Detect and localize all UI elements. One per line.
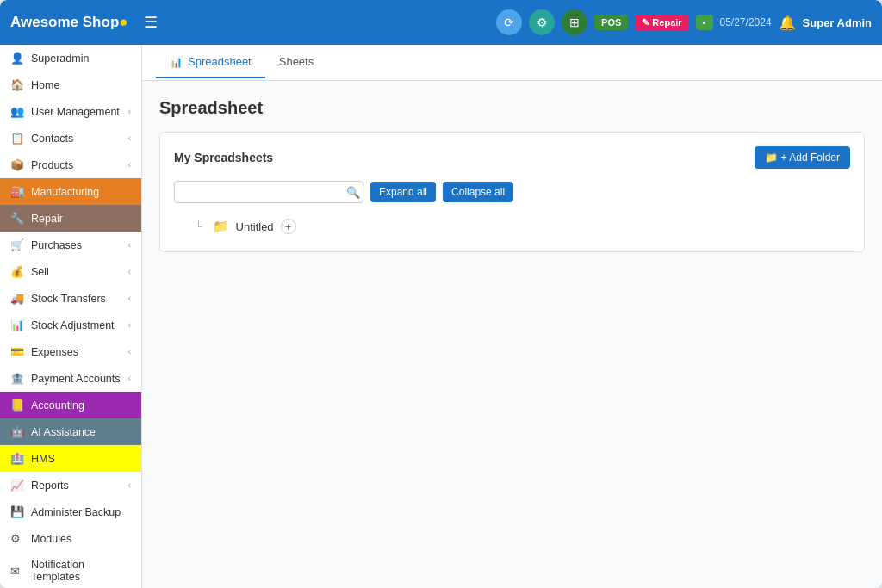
manufacturing-icon: 🏭 [10, 185, 24, 198]
chevron-icon: ‹ [128, 347, 131, 356]
sidebar-item-home[interactable]: 🏠 Home [0, 71, 141, 98]
page-body: Spreadsheet My Spreadsheets 📁 + Add Fold… [142, 81, 882, 588]
tab-sheets[interactable]: Sheets [265, 46, 327, 78]
chevron-icon: ‹ [128, 107, 131, 116]
search-input[interactable] [174, 181, 363, 203]
tabs-bar: 📊 Spreadsheet Sheets [142, 45, 882, 81]
user-management-icon: 👥 [10, 105, 24, 118]
sidebar-item-modules[interactable]: ⚙ Modules [0, 525, 141, 552]
brand-name: Awesome Shop● [10, 14, 128, 31]
sidebar-item-administer-backup[interactable]: 💾 Administer Backup [0, 498, 141, 525]
chevron-icon: ‹ [128, 294, 131, 303]
chevron-icon: ‹ [128, 160, 131, 170]
sidebar-item-accounting[interactable]: 📒 Accounting [0, 392, 141, 418]
user-name: Super Admin [803, 16, 872, 29]
add-folder-label: + Add Folder [781, 152, 840, 164]
sidebar-item-label: Stock Transfers [31, 293, 106, 305]
expenses-icon: 💳 [10, 345, 24, 358]
folder-icon: 📁 [213, 219, 229, 234]
sidebar-item-label: Superadmin [31, 53, 89, 65]
sidebar: 👤 Superadmin 🏠 Home 👥 User Management ‹ … [0, 45, 142, 588]
sidebar-item-label: Expenses [31, 346, 78, 358]
backup-icon: 💾 [10, 505, 24, 518]
sidebar-item-label: Payment Accounts [31, 373, 121, 385]
sidebar-item-sell[interactable]: 💰 Sell ‹ [0, 258, 141, 285]
folder-row: └ 📁 Untitled + [174, 215, 850, 238]
sidebar-item-label: Contacts [31, 133, 73, 145]
sidebar-item-stock-adjustment[interactable]: 📊 Stock Adjustment ‹ [0, 312, 141, 338]
section-header: My Spreadsheets 📁 + Add Folder [174, 146, 850, 169]
sidebar-item-hms[interactable]: 🏥 HMS [0, 445, 141, 472]
green-badge[interactable]: ▪ [696, 15, 713, 30]
sidebar-item-label: Accounting [31, 399, 84, 412]
payment-accounts-icon: 🏦 [10, 372, 24, 385]
repair-icon: 🔧 [10, 212, 24, 225]
sidebar-item-ai-assistance[interactable]: 🤖 AI Assistance [0, 418, 141, 445]
grid-icon[interactable]: ⊞ [562, 9, 587, 35]
collapse-all-button[interactable]: Collapse all [443, 182, 513, 202]
sidebar-item-label: Sell [31, 266, 49, 278]
repair-badge[interactable]: ✎ Repair [635, 15, 688, 31]
home-icon: 🏠 [10, 78, 24, 91]
stock-adjustment-icon: 📊 [10, 319, 24, 331]
sidebar-item-superadmin[interactable]: 👤 Superadmin [0, 45, 141, 71]
sidebar-item-products[interactable]: 📦 Products ‹ [0, 152, 141, 178]
sidebar-item-label: HMS [31, 453, 55, 465]
sidebar-item-stock-transfers[interactable]: 🚚 Stock Transfers ‹ [0, 285, 141, 312]
sidebar-item-label: Home [31, 79, 59, 91]
sidebar-item-label: Reports [31, 480, 69, 492]
sidebar-item-label: Products [31, 159, 73, 171]
sidebar-item-repair[interactable]: 🔧 Repair [0, 205, 141, 232]
main-content: 📊 Spreadsheet Sheets Spreadsheet My Spre… [142, 45, 882, 588]
sync-icon[interactable]: ⟳ [496, 9, 522, 35]
search-wrap: 🔍 [174, 181, 363, 203]
ai-icon: 🤖 [10, 425, 24, 438]
notification-icon: ✉ [10, 565, 24, 578]
sidebar-item-label: Administer Backup [31, 506, 121, 518]
tab-label: Sheets [279, 55, 314, 68]
folder-name: Untitled [236, 220, 274, 233]
chevron-icon: ‹ [128, 374, 131, 383]
tab-label: Spreadsheet [188, 55, 252, 68]
topnav-right: ⟳ ⚙ ⊞ POS ✎ Repair ▪ 05/27/2024 🔔 Super … [496, 9, 872, 35]
sidebar-item-label: AI Assistance [31, 426, 96, 438]
purchases-icon: 🛒 [10, 238, 24, 251]
sidebar-item-purchases[interactable]: 🛒 Purchases ‹ [0, 232, 141, 258]
sidebar-item-label: User Management [31, 106, 120, 118]
bell-icon[interactable]: 🔔 [779, 15, 796, 31]
sidebar-item-label: Purchases [31, 239, 82, 251]
chevron-icon: ‹ [128, 133, 131, 143]
sidebar-item-contacts[interactable]: 📋 Contacts ‹ [0, 125, 141, 152]
tab-spreadsheet[interactable]: 📊 Spreadsheet [156, 46, 265, 78]
modules-icon: ⚙ [10, 532, 24, 545]
sidebar-item-label: Stock Adjustment [31, 319, 115, 331]
reports-icon: 📈 [10, 479, 24, 492]
add-folder-button[interactable]: 📁 + Add Folder [755, 146, 850, 169]
sidebar-item-notification-templates[interactable]: ✉ Notification Templates [0, 552, 141, 588]
sidebar-item-payment-accounts[interactable]: 🏦 Payment Accounts ‹ [0, 365, 141, 392]
expand-all-button[interactable]: Expand all [370, 182, 436, 202]
sidebar-item-label: Manufacturing [31, 186, 99, 198]
sidebar-item-user-management[interactable]: 👥 User Management ‹ [0, 98, 141, 125]
chevron-icon: ‹ [128, 480, 131, 490]
topnav: Awesome Shop● ☰ ⟳ ⚙ ⊞ POS ✎ Repair ▪ 05/… [0, 0, 882, 45]
folder-add-button[interactable]: + [281, 219, 296, 234]
sidebar-item-expenses[interactable]: 💳 Expenses ‹ [0, 338, 141, 365]
products-icon: 📦 [10, 158, 24, 171]
sidebar-item-manufacturing[interactable]: 🏭 Manufacturing [0, 178, 141, 205]
hms-icon: 🏥 [10, 452, 24, 465]
accounting-icon: 📒 [10, 399, 24, 412]
spreadsheet-tab-icon: 📊 [170, 56, 183, 68]
hamburger-button[interactable]: ☰ [137, 9, 165, 35]
add-folder-icon: 📁 [765, 152, 778, 164]
tree-indent-icon: └ [195, 220, 202, 232]
sidebar-item-reports[interactable]: 📈 Reports ‹ [0, 472, 141, 498]
settings-icon[interactable]: ⚙ [529, 9, 555, 35]
chevron-icon: ‹ [128, 240, 131, 250]
page-title: Spreadsheet [159, 98, 865, 118]
search-button[interactable]: 🔍 [346, 186, 360, 199]
pos-badge[interactable]: POS [594, 15, 628, 30]
superadmin-icon: 👤 [10, 52, 24, 65]
sidebar-item-label: Modules [31, 533, 71, 545]
chevron-icon: ‹ [128, 320, 131, 330]
